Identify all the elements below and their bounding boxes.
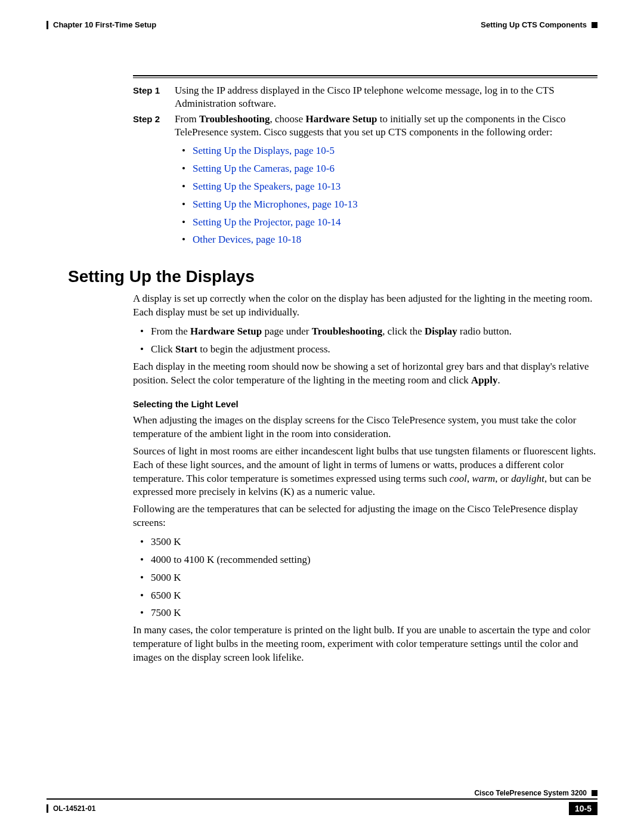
- light-p1: When adjusting the images on the display…: [133, 414, 597, 441]
- step-1: Step 1 Using the IP address displayed in…: [133, 84, 597, 110]
- section-label: Setting Up CTS Components: [481, 20, 587, 29]
- step-2-text: From Troubleshooting, choose Hardware Se…: [175, 113, 597, 250]
- section-body: A display is set up correctly when the c…: [133, 292, 597, 665]
- hw-setup-bullets: From the Hardware Setup page under Troub…: [133, 324, 597, 357]
- light-p4: In many cases, the color temperature is …: [133, 624, 597, 665]
- header-square-icon: [592, 22, 597, 28]
- chapter-label: Chapter 10 First-Time Setup: [53, 20, 156, 29]
- step-2-label: Step 2: [133, 113, 175, 250]
- link-projector[interactable]: Setting Up the Projector, page 10-14: [175, 215, 597, 230]
- setup-links-list: Setting Up the Displays, page 10-5 Setti…: [175, 144, 597, 247]
- temp-4000-4100: 4000 to 4100 K (recommended setting): [133, 553, 597, 567]
- link-displays[interactable]: Setting Up the Displays, page 10-5: [175, 144, 597, 158]
- intro-paragraph: A display is set up correctly when the c…: [133, 292, 597, 320]
- header-tick-icon: [47, 21, 48, 29]
- link-cameras[interactable]: Setting Up the Cameras, page 10-6: [175, 162, 597, 176]
- section-heading-displays: Setting Up the Displays: [68, 267, 597, 286]
- temp-5000: 5000 K: [133, 571, 597, 585]
- step-1-text: Using the IP address displayed in the Ci…: [175, 84, 597, 110]
- light-p2: Sources of light in most rooms are eithe…: [133, 445, 597, 500]
- footer-square-icon: [592, 790, 597, 796]
- header-left: Chapter 10 First-Time Setup: [47, 20, 156, 29]
- link-other-devices[interactable]: Other Devices, page 10-18: [175, 233, 597, 247]
- temperature-list: 3500 K 4000 to 4100 K (recommended setti…: [133, 535, 597, 620]
- temp-7500: 7500 K: [133, 606, 597, 620]
- steps-block: Step 1 Using the IP address displayed in…: [133, 84, 597, 250]
- step-2: Step 2 From Troubleshooting, choose Hard…: [133, 113, 597, 250]
- subheading-light-level: Selecting the Light Level: [133, 398, 597, 410]
- temp-6500: 6500 K: [133, 589, 597, 603]
- footer-tick-icon: [47, 804, 48, 813]
- step-1-label: Step 1: [133, 84, 175, 110]
- link-speakers[interactable]: Setting Up the Speakers, page 10-13: [175, 179, 597, 194]
- page-number-badge: 10-5: [569, 802, 597, 815]
- temp-3500: 3500 K: [133, 535, 597, 549]
- footer-docid: OL-14521-01: [53, 804, 95, 813]
- header-right: Setting Up CTS Components: [481, 20, 597, 29]
- page-footer: Cisco TelePresence System 3200 OL-14521-…: [47, 789, 597, 815]
- horizontal-rule: [133, 75, 597, 78]
- apply-paragraph: Each display in the meeting room should …: [133, 360, 597, 388]
- bullet-click-start: Click Start to begin the adjustment proc…: [133, 342, 597, 357]
- light-p3: Following are the temperatures that can …: [133, 503, 597, 530]
- link-microphones[interactable]: Setting Up the Microphones, page 10-13: [175, 197, 597, 212]
- footer-product: Cisco TelePresence System 3200: [474, 789, 587, 797]
- bullet-hw-setup: From the Hardware Setup page under Troub…: [133, 324, 597, 339]
- page-header: Chapter 10 First-Time Setup Setting Up C…: [47, 20, 597, 44]
